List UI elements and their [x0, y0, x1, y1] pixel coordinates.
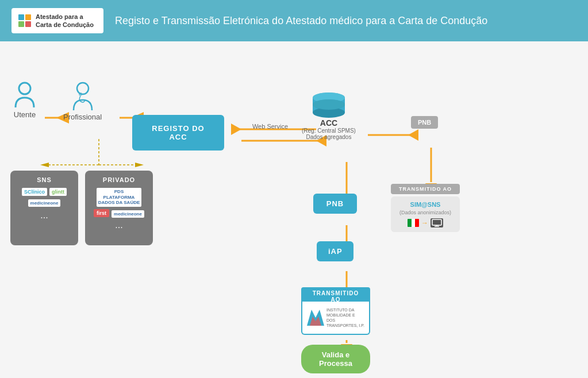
- transmit-right-label: TRANSMITIDO AO: [391, 184, 460, 194]
- arrow-dgs-icon: →: [421, 219, 428, 227]
- profissional-icon: [70, 82, 96, 113]
- profissional-label: Profissional: [63, 113, 102, 121]
- profissional-node: Profissional: [63, 82, 102, 121]
- acc-label: ACC: [320, 118, 337, 128]
- sim-sns-section: TRANSMITIDO AO SIM@SNS (Dados anonimizad…: [391, 184, 460, 232]
- utente-label: Utente: [14, 110, 36, 119]
- web-service-label: Web Service: [247, 123, 293, 130]
- arrow-acc-registo: [231, 124, 241, 135]
- medicineone-sns-logo: medicineone: [28, 199, 61, 207]
- acc-sub1: (Reg. Central SPMS): [302, 128, 356, 134]
- svg-point-0: [19, 83, 30, 94]
- utente-node: Utente: [13, 82, 37, 119]
- privado-logos: PDSPLATAFORMADADOS DA SAÚDE first medici…: [91, 188, 147, 218]
- logo-sq-1: [18, 14, 24, 20]
- monitor-icon: [431, 218, 443, 227]
- svg-point-8: [313, 99, 345, 110]
- sns-box: SNS SClínico glintt medicineone ...: [10, 171, 78, 245]
- arrow-branch-sns: [40, 163, 49, 167]
- utente-icon: [13, 82, 37, 110]
- logo-text: Atestado para a Carta de Condução: [36, 13, 94, 29]
- arrow-acc-pnb-right: [408, 129, 418, 141]
- medicineone-priv-logo: medicineone: [112, 210, 144, 218]
- imt-logo: INSTITUTO DAMOBILIDADE E DOSTRANSPORTES,…: [307, 307, 364, 328]
- flag-icon: [408, 219, 419, 227]
- imt-text: INSTITUTO DAMOBILIDADE E DOSTRANSPORTES,…: [326, 307, 364, 328]
- header-title: Registo e Transmissão Eletrónica do Ates…: [115, 15, 487, 27]
- svg-rect-9: [432, 219, 441, 225]
- svg-point-2: [79, 92, 82, 96]
- first-logo: first: [94, 209, 109, 217]
- privado-box: PRIVADO PDSPLATAFORMADADOS DA SAÚDE firs…: [85, 171, 153, 245]
- imt-box: INSTITUTO DAMOBILIDADE E DOSTRANSPORTES,…: [301, 302, 370, 335]
- iap-flow-box: iAP: [317, 241, 353, 261]
- pnb-right-box: PNB: [411, 116, 438, 129]
- pds-logo: PDSPLATAFORMADADOS DA SAÚDE: [97, 188, 142, 207]
- logo-sq-4: [25, 21, 31, 27]
- logo-container: Atestado para a Carta de Condução: [11, 8, 103, 34]
- sim-sns-label: SIM@SNS: [397, 201, 454, 208]
- imt-icon: [307, 310, 324, 326]
- arrow-branch-privado: [135, 163, 144, 167]
- sim-dados: (Dados anonimizados): [397, 210, 454, 215]
- sns-ellipsis: ...: [16, 210, 72, 221]
- glintt-logo: glintt: [49, 188, 67, 196]
- main-content: Utente Profissional REGISTO DO ACC Web S…: [0, 41, 588, 378]
- privado-ellipsis: ...: [91, 220, 147, 230]
- acc-db-icon: [312, 92, 346, 118]
- sclinico-logo: SClínico: [22, 188, 47, 196]
- acc-sub2: Dados agregados: [306, 134, 351, 140]
- valida-box: Valida e Processa: [301, 345, 370, 373]
- registo-box: REGISTO DO ACC: [132, 115, 224, 151]
- privado-title: PRIVADO: [91, 176, 147, 183]
- logo-grid: [18, 14, 31, 27]
- logo-sq-3: [18, 21, 24, 27]
- sim-icons: →: [397, 218, 454, 227]
- sns-title: SNS: [16, 176, 72, 183]
- acc-node: ACC (Reg. Central SPMS) Dados agregados: [302, 92, 356, 140]
- svg-point-1: [77, 83, 89, 94]
- pnb-flow-box: PNB: [313, 194, 357, 214]
- sns-logos: SClínico glintt medicineone: [16, 188, 72, 207]
- header: Atestado para a Carta de Condução Regist…: [0, 0, 588, 41]
- logo-sq-2: [25, 14, 31, 20]
- sim-sns-box: SIM@SNS (Dados anonimizados) →: [391, 196, 460, 232]
